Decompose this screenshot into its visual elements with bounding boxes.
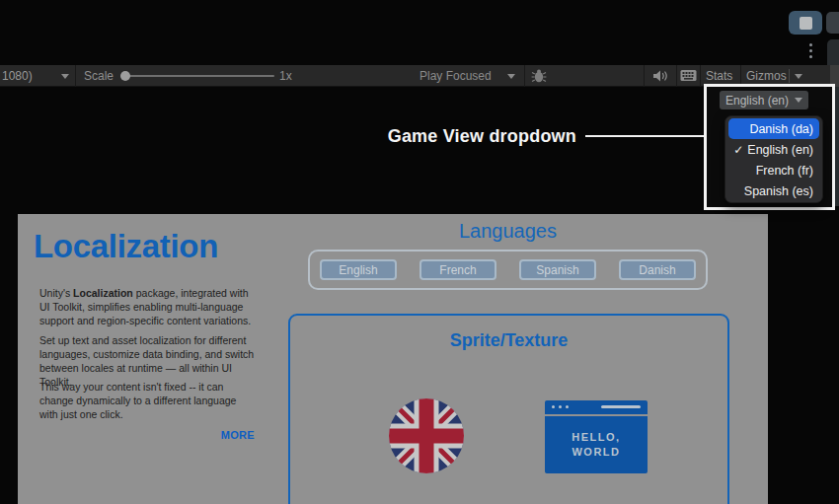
menu-item-label: Spanish (es)	[744, 184, 813, 198]
language-button-french[interactable]: French	[420, 259, 496, 280]
play-mode-dropdown[interactable]: Play Focused	[420, 69, 492, 83]
scale-slider-knob[interactable]	[120, 71, 130, 81]
menu-item-french[interactable]: French (fr)	[725, 160, 822, 180]
scale-slider[interactable]	[120, 75, 274, 77]
intro-paragraph: Unity's Localization package, integrated…	[39, 287, 255, 328]
menu-item-danish[interactable]: Danish (da)	[728, 118, 819, 139]
hello-world-text: WORLD	[572, 445, 620, 460]
sprite-texture-panel: Sprite/Texture	[288, 314, 729, 504]
locale-dropdown-menu: Danish (da) ✓ English (en) French (fr) S…	[725, 115, 823, 203]
menu-item-english[interactable]: ✓ English (en)	[725, 139, 822, 160]
browser-window-header	[545, 400, 648, 414]
scale-label: Scale	[84, 69, 114, 83]
keyboard-icon[interactable]	[680, 69, 697, 82]
debug-bug-icon[interactable]	[530, 69, 548, 83]
toolbar-divider	[644, 65, 645, 87]
toolbar-divider	[524, 65, 525, 87]
kebab-menu-icon[interactable]	[809, 43, 813, 61]
scale-value: 1x	[279, 69, 292, 83]
menu-item-spanish[interactable]: Spanish (es)	[725, 180, 822, 201]
toolbar-divider	[75, 65, 76, 87]
chevron-down-icon	[795, 98, 802, 103]
language-button-english[interactable]: English	[320, 259, 397, 280]
window-dots-icon	[552, 405, 569, 408]
window-edge-button[interactable]	[826, 12, 839, 34]
language-button-spanish[interactable]: Spanish	[519, 259, 596, 280]
chevron-down-icon[interactable]	[507, 74, 515, 79]
more-link[interactable]: MORE	[39, 429, 255, 441]
square-icon	[800, 17, 812, 30]
paragraph-bold-text: Localization	[73, 287, 133, 299]
gizmos-button[interactable]: Gizmos	[746, 69, 787, 83]
toolbar-divider	[700, 65, 701, 87]
menu-item-label: Danish (da)	[749, 122, 813, 136]
annotation-line	[585, 135, 704, 137]
unity-editor-window: 1080) Scale 1x Play Focused	[0, 0, 839, 504]
audio-mute-icon[interactable]	[652, 69, 669, 83]
locale-dropdown-label: English (en)	[725, 94, 789, 108]
game-view-content: Localization Unity's Localization packag…	[18, 214, 768, 504]
page-title: Localization	[34, 228, 218, 265]
highlight-box: English (en) Danish (da) ✓ English (en) …	[704, 84, 835, 210]
paragraph-text: Unity's	[39, 287, 73, 299]
language-button-danish[interactable]: Danish	[619, 259, 696, 280]
annotation-label: Game View dropdown	[388, 126, 576, 147]
languages-section-title: Languages	[308, 220, 708, 243]
annotation-callout: Game View dropdown	[0, 124, 704, 148]
toolbar-divider	[676, 65, 677, 87]
browser-window-body: HELLO, WORLD	[545, 416, 648, 473]
stats-button[interactable]: Stats	[706, 69, 732, 83]
locale-dropdown-button[interactable]: English (en)	[720, 91, 808, 109]
menu-item-label: English (en)	[747, 143, 813, 157]
hello-world-text: HELLO,	[572, 430, 620, 445]
address-bar-icon	[601, 405, 641, 408]
sprite-texture-title: Sprite/Texture	[290, 330, 727, 351]
body-paragraph: This way your content isn't fixed -- it …	[39, 381, 255, 422]
active-toolbar-button[interactable]	[789, 11, 822, 35]
resolution-dropdown-label[interactable]: 1080)	[2, 69, 33, 83]
uk-flag-icon	[389, 398, 464, 473]
browser-window-graphic: HELLO, WORLD	[545, 400, 648, 473]
check-icon: ✓	[733, 143, 743, 157]
menu-item-label: French (fr)	[756, 164, 813, 178]
toolbar-divider	[789, 69, 790, 83]
chevron-down-icon[interactable]	[795, 74, 802, 79]
languages-button-group: English French Spanish Danish	[308, 250, 708, 290]
chevron-down-icon[interactable]	[61, 74, 69, 79]
